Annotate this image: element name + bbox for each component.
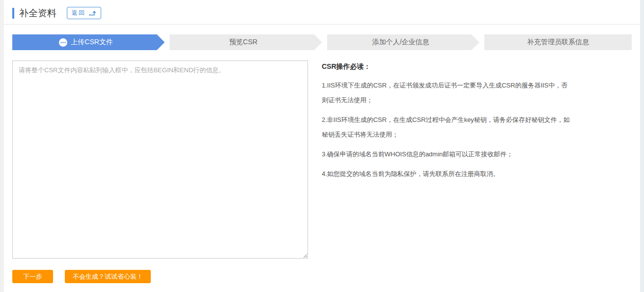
page-header: 补全资料 返回 [4, 0, 640, 25]
back-button[interactable]: 返回 [67, 7, 101, 19]
ellipsis-icon [59, 38, 67, 47]
step-admin-contact: 补充管理员联系信息 [484, 34, 632, 50]
step-add-info: 添加个人/企业信息 [327, 34, 479, 50]
scrollbar-track[interactable] [640, 0, 644, 292]
wizard-stepper: 上传CSR文件 预览CSR 添加个人/企业信息 补充管理员联系信息 [12, 34, 632, 50]
step-preview-csr: 预览CSR [169, 34, 322, 50]
csr-notice-panel: CSR操作必读： 1.IIS环境下生成的CSR，在证书颁发成功后证书一定要导入生… [322, 60, 570, 259]
notice-item-2: 2.非IIS环境生成的CSR，在生成CSR过程中会产生key秘钥，请务必保存好秘… [322, 113, 570, 142]
csr-content-input[interactable] [12, 60, 308, 259]
easy-install-button[interactable]: 不会生成？试试省心装！ [65, 270, 151, 283]
page-title: 补全资料 [12, 8, 56, 19]
step-label: 添加个人/企业信息 [372, 38, 429, 47]
step-label: 补充管理员联系信息 [527, 38, 589, 47]
notice-item-4: 4.如您提交的域名当前为隐私保护，请先联系所在注册商取消。 [322, 167, 570, 181]
next-step-button[interactable]: 下一步 [12, 270, 53, 283]
page-background-strip [0, 0, 4, 292]
back-button-label: 返回 [72, 9, 85, 17]
step-label: 预览CSR [229, 38, 258, 47]
notice-title: CSR操作必读： [322, 62, 570, 71]
form-actions: 下一步 不会生成？试试省心装！ [12, 270, 632, 283]
step-label: 上传CSR文件 [71, 38, 113, 47]
main-area: CSR操作必读： 1.IIS环境下生成的CSR，在证书颁发成功后证书一定要导入生… [12, 60, 632, 259]
return-arrow-icon [89, 10, 96, 16]
notice-item-1: 1.IIS环境下生成的CSR，在证书颁发成功后证书一定要导入生成CSR的服务器I… [322, 78, 570, 108]
main-content: 补全资料 返回 上传CSR文件 预览CSR 添加个人/企业信息 [4, 0, 640, 283]
notice-item-3: 3.确保申请的域名当前WHOIS信息的admin邮箱可以正常接收邮件； [322, 147, 570, 162]
step-upload-csr: 上传CSR文件 [12, 34, 165, 50]
